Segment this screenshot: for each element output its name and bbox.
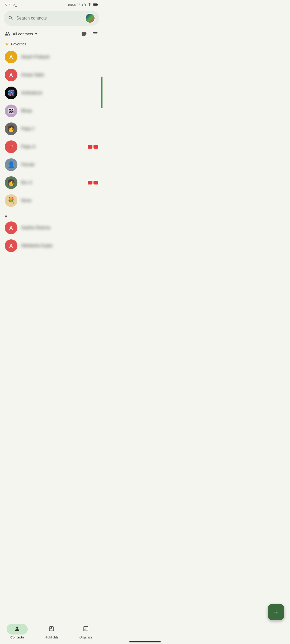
alpha-list-a: A Aastha Sharma A Abhilasha Gupta [0, 219, 103, 257]
download-icon [77, 3, 81, 7]
favorites-label: Favorites [11, 42, 26, 46]
svg-rect-2 [93, 4, 97, 6]
status-bar: 5:09 >_ 0 kB/s [0, 0, 103, 8]
alpha-header-a: A [0, 212, 103, 219]
contact-name: Nona [21, 198, 98, 203]
avatar [5, 176, 17, 189]
favorites-header: ★ Favorites [0, 39, 103, 48]
user-avatar[interactable] [85, 13, 95, 23]
list-item[interactable]: Bro Ji [0, 174, 103, 192]
contact-name: Ambulance [21, 91, 98, 95]
contact-name: Papa Ji [21, 144, 82, 149]
list-item[interactable]: A Anwar Sabri [0, 66, 103, 84]
list-item[interactable]: Nona [0, 192, 103, 210]
avatar: P [5, 140, 17, 153]
status-badge [88, 181, 98, 184]
all-contacts-selector[interactable]: All contacts ▾ [5, 31, 37, 37]
list-item[interactable]: A Aastha Sharma [0, 219, 103, 237]
status-badge [88, 145, 98, 149]
avatar [5, 122, 17, 135]
terminal-icon: >_ [13, 3, 17, 7]
contact-name: Bro Ji [21, 180, 82, 185]
contact-name: Akash Prakash [21, 55, 98, 59]
contact-name: Bloop [21, 108, 98, 113]
contact-name: Papa J [21, 126, 98, 131]
avatar: A [5, 69, 17, 81]
data-speed: 0 kB/s [68, 3, 76, 6]
contact-name: Abhilasha Gupta [21, 243, 98, 248]
status-time: 5:09 [5, 3, 11, 7]
favorites-list: A Akash Prakash A Anwar Sabri Ambulance … [0, 48, 103, 212]
search-icon [8, 15, 14, 21]
chevron-down-icon: ▾ [35, 32, 37, 36]
avatar: A [5, 51, 17, 63]
svg-rect-1 [97, 4, 98, 5]
list-item[interactable]: P Papa Ji [0, 138, 103, 156]
wifi-icon [87, 3, 92, 7]
list-item[interactable]: Parvati [0, 156, 103, 174]
contact-name: Anwar Sabri [21, 73, 98, 77]
search-input[interactable] [16, 16, 82, 21]
avatar [5, 105, 17, 117]
avatar: A [5, 239, 17, 252]
mute-icon [82, 3, 86, 7]
star-icon: ★ [5, 41, 9, 47]
avatar [5, 158, 17, 171]
avatar [5, 194, 17, 207]
list-item[interactable]: A Abhilasha Gupta [0, 237, 103, 255]
scrollbar[interactable] [101, 77, 102, 108]
filter-icon[interactable] [92, 31, 98, 37]
contact-name: Aastha Sharma [21, 225, 98, 230]
avatar [5, 87, 17, 99]
label-icon[interactable] [81, 31, 87, 37]
battery-icon [93, 3, 98, 7]
list-item[interactable]: Bloop [0, 102, 103, 120]
contact-name: Parvati [21, 162, 98, 167]
all-contacts-label: All contacts [13, 32, 33, 36]
filter-row: All contacts ▾ [0, 29, 103, 39]
people-icon [5, 31, 11, 37]
avatar: A [5, 221, 17, 234]
list-item[interactable]: Papa J [0, 120, 103, 138]
list-item[interactable]: A Akash Prakash [0, 48, 103, 66]
search-bar[interactable] [4, 11, 99, 26]
list-item[interactable]: Ambulance [0, 84, 103, 102]
